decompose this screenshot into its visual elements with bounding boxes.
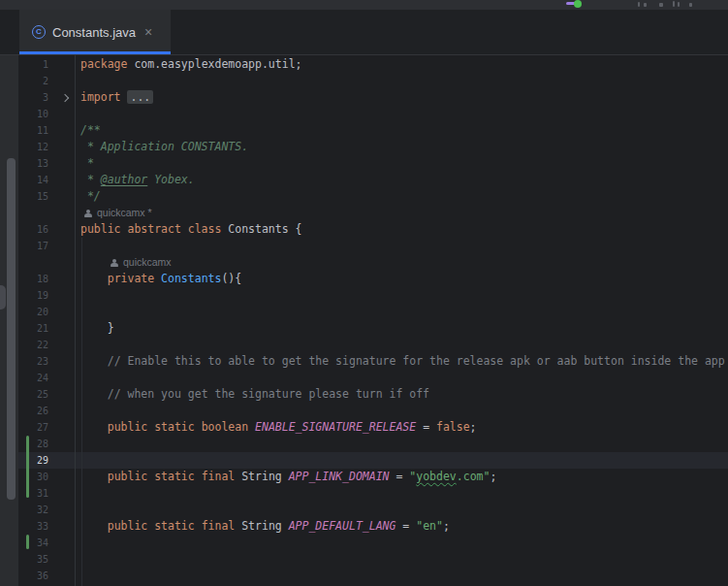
code-token: ;: [470, 420, 477, 434]
fold-arrow-icon[interactable]: [48, 89, 75, 106]
code-token: com.easyplexdemoapp.util;: [134, 57, 301, 71]
fold-column: [48, 469, 75, 485]
code-text: * Application CONSTANTS.: [75, 139, 248, 155]
tab-constants-java[interactable]: C Constants.java ×: [19, 10, 171, 54]
code-line-26[interactable]: 26: [18, 403, 728, 419]
code-token: // when you get the signature please tur…: [108, 387, 429, 401]
code-token: APP_LINK_DOMAIN: [289, 470, 390, 483]
code-token: false: [436, 420, 470, 434]
fold-column: [48, 535, 75, 551]
code-line-29[interactable]: 29: [18, 452, 728, 469]
code-token: package: [80, 57, 134, 71]
fold-column: [48, 568, 75, 584]
author-person-icon: [83, 209, 92, 218]
code-token: (){: [221, 272, 241, 285]
toolbar-icon-fragment: [659, 3, 663, 7]
toolbar-icon-fragment: [689, 3, 692, 7]
code-line-10[interactable]: 10: [18, 106, 728, 122]
code-text: [75, 337, 80, 353]
code-line-12[interactable]: 12 * Application CONSTANTS.: [18, 139, 728, 155]
code-text: private Constants(){: [75, 271, 241, 287]
code-line-35[interactable]: 35: [18, 551, 728, 568]
code-line-17[interactable]: 17: [18, 238, 728, 254]
code-token: *: [80, 156, 94, 170]
fold-column: [48, 106, 75, 122]
code-author-inlay[interactable]: quickcamx *: [83, 205, 152, 221]
left-scrollbar-thumb[interactable]: [7, 158, 16, 500]
fold-column: [48, 386, 75, 403]
code-text: }: [75, 320, 114, 337]
line-number: 3: [18, 89, 48, 106]
code-line-31[interactable]: 31: [18, 485, 728, 502]
code-line-20[interactable]: 20: [18, 304, 728, 320]
code-line-28[interactable]: 28: [18, 436, 728, 452]
fold-column: [48, 304, 75, 320]
code-line-32[interactable]: 32: [18, 502, 728, 518]
code-token: /**: [80, 123, 101, 137]
ide-window: C Constants.java × 1package com.easyplex…: [0, 0, 728, 586]
close-tab-icon[interactable]: ×: [144, 25, 152, 39]
fold-column: [48, 518, 75, 535]
code-line-13[interactable]: 13 *: [18, 155, 728, 172]
fold-column: [48, 139, 75, 155]
code-token: private: [108, 272, 161, 285]
code-token: yobdev: [416, 470, 457, 483]
fold-column: [48, 419, 75, 436]
code-line-14[interactable]: 14 * @author Yobex.: [18, 172, 728, 188]
code-line-3[interactable]: 3import ...: [18, 89, 728, 106]
code-editor[interactable]: 1package com.easyplexdemoapp.util;23impo…: [18, 55, 728, 586]
toolbar-icon-fragment: [673, 1, 675, 7]
code-line-34[interactable]: 34: [18, 535, 728, 551]
code-token: // Enable this to able to get the signat…: [108, 354, 725, 368]
code-token: import: [80, 90, 127, 104]
code-token: String: [241, 519, 288, 533]
line-number: [18, 254, 48, 271]
main-toolbar: [0, 0, 728, 10]
code-text: [75, 238, 80, 254]
code-text: [75, 535, 80, 551]
code-text: [75, 485, 80, 502]
code-line-30[interactable]: 30 public static final String APP_LINK_D…: [18, 469, 728, 485]
code-text: public abstract class Constants {: [75, 221, 302, 238]
code-text: quickcamx *: [75, 205, 152, 221]
code-line-23[interactable]: 23 // Enable this to able to get the sig…: [18, 353, 728, 370]
code-line-16[interactable]: 16public abstract class Constants {: [18, 221, 728, 238]
code-token: public static final: [108, 519, 241, 533]
code-token: String: [241, 470, 288, 483]
code-line-22[interactable]: 22: [18, 337, 728, 353]
code-text: [75, 370, 80, 386]
code-token: =: [416, 420, 436, 434]
line-number: 20: [18, 304, 48, 320]
code-line-24[interactable]: 24: [18, 370, 728, 386]
line-number: 18: [18, 271, 48, 287]
code-line-25[interactable]: 25 // when you get the signature please …: [18, 386, 728, 403]
code-line-36[interactable]: 36: [18, 568, 728, 584]
code-line-27[interactable]: 27 public static boolean ENABLE_SIGNATUR…: [18, 419, 728, 436]
fold-column: [48, 238, 75, 254]
line-number: 11: [18, 122, 48, 139]
line-number: 21: [18, 320, 48, 337]
line-number: 1: [18, 56, 48, 73]
code-line-inlay[interactable]: quickcamx: [18, 254, 728, 271]
code-token: ...: [127, 90, 153, 104]
fold-column: [48, 188, 75, 205]
code-token: .com": [457, 470, 491, 483]
code-line-33[interactable]: 33 public static final String APP_DEFAUL…: [18, 518, 728, 535]
line-number: 23: [18, 353, 48, 370]
code-line-15[interactable]: 15 */: [18, 188, 728, 205]
toolwindow-handle[interactable]: [0, 285, 6, 309]
line-number: 31: [18, 485, 48, 502]
line-number: 28: [18, 436, 48, 452]
code-text: public static boolean ENABLE_SIGNATURE_R…: [75, 419, 477, 436]
active-tab-indicator: [19, 51, 171, 54]
code-token: [80, 519, 108, 533]
fold-column: [48, 73, 75, 89]
code-line-2[interactable]: 2: [18, 73, 728, 89]
code-author-inlay[interactable]: quickcamx: [110, 254, 172, 271]
code-line-inlay[interactable]: quickcamx *: [18, 205, 728, 221]
code-line-21[interactable]: 21 }: [18, 320, 728, 337]
code-line-1[interactable]: 1package com.easyplexdemoapp.util;: [18, 56, 728, 73]
code-line-19[interactable]: 19: [18, 287, 728, 304]
code-line-18[interactable]: 18 private Constants(){: [18, 271, 728, 287]
code-line-11[interactable]: 11/**: [18, 122, 728, 139]
